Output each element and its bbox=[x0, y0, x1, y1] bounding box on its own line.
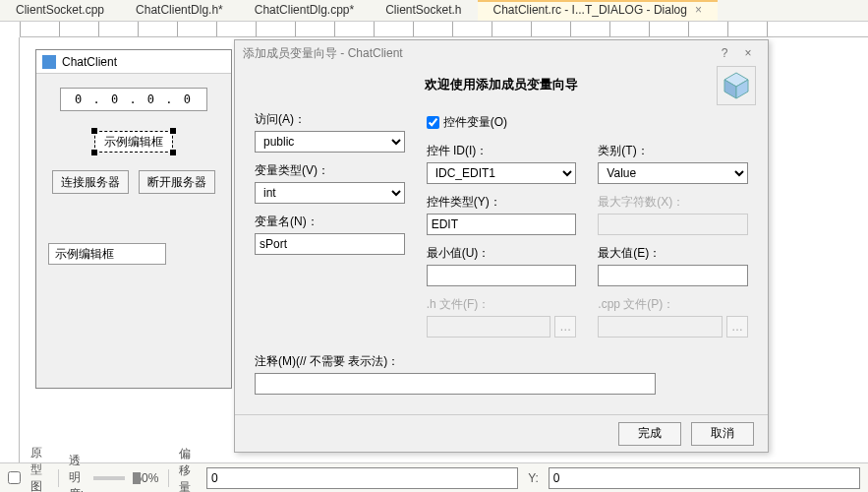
control-id-label: 控件 ID(I)： bbox=[427, 143, 577, 159]
control-var-label[interactable]: 控件变量(O) bbox=[443, 114, 507, 131]
max-input[interactable] bbox=[598, 265, 748, 286]
close-icon[interactable]: × bbox=[695, 3, 702, 17]
finish-button[interactable]: 完成 bbox=[618, 422, 681, 446]
wizard-logo-icon bbox=[717, 66, 756, 105]
max-label: 最大值(E)： bbox=[598, 245, 748, 262]
hfile-label: .h 文件(F)： bbox=[427, 296, 577, 313]
control-var-checkbox[interactable] bbox=[427, 116, 439, 129]
comment-label: 注释(M)(// 不需要 表示法)： bbox=[255, 353, 748, 370]
wizard-footer: 完成 取消 bbox=[235, 414, 768, 452]
opacity-label: 透明度: bbox=[69, 453, 84, 492]
tab-clientsocket-cpp[interactable]: ClientSocket.cpp bbox=[0, 0, 120, 21]
tab-chatclientdlg-cpp[interactable]: ChatClientDlg.cpp* bbox=[239, 0, 370, 21]
app-icon bbox=[42, 55, 56, 69]
close-icon[interactable]: × bbox=[736, 46, 760, 60]
connect-button[interactable]: 连接服务器 bbox=[52, 170, 129, 194]
help-icon[interactable]: ? bbox=[713, 46, 736, 60]
hfile-browse-button: … bbox=[554, 316, 576, 338]
ip-address-control[interactable]: 0 . 0 . 0 . 0 bbox=[60, 88, 207, 111]
disconnect-button[interactable]: 断开服务器 bbox=[139, 170, 215, 194]
comment-input[interactable] bbox=[255, 373, 656, 395]
edit-control-2[interactable]: 示例编辑框 bbox=[48, 243, 166, 265]
category-select[interactable]: Value bbox=[598, 162, 748, 184]
offset-y-label: Y: bbox=[528, 471, 539, 485]
min-input[interactable] bbox=[427, 265, 577, 286]
offset-y-input[interactable] bbox=[549, 467, 860, 489]
wizard-heading: 欢迎使用添加成员变量向导 bbox=[255, 76, 748, 93]
wizard-titlebar[interactable]: 添加成员变量向导 - ChatClient ? × bbox=[235, 40, 768, 66]
maxchars-input bbox=[598, 214, 748, 235]
offset-x-input[interactable] bbox=[206, 467, 518, 489]
opacity-slider[interactable] bbox=[93, 476, 125, 480]
cppfile-label: .cpp 文件(P)： bbox=[598, 296, 748, 313]
vartype-label: 变量类型(V)： bbox=[255, 162, 405, 179]
control-type-input[interactable] bbox=[427, 214, 577, 235]
cppfile-browse-button: … bbox=[726, 316, 748, 338]
resize-handle[interactable] bbox=[91, 150, 97, 155]
preview-titlebar: ChatClient bbox=[36, 50, 231, 74]
min-label: 最小值(U)： bbox=[427, 245, 577, 262]
status-bar: 原型图像: 透明度: 50% 偏移量 X: Y: bbox=[0, 462, 868, 492]
resize-handle[interactable] bbox=[91, 128, 97, 134]
control-type-label: 控件类型(Y)： bbox=[427, 194, 577, 211]
prototype-image-checkbox[interactable] bbox=[8, 471, 21, 484]
ruler-horizontal bbox=[20, 22, 868, 37]
dialog-preview[interactable]: ChatClient 0 . 0 . 0 . 0 示例编辑框 连接服务器 断开服… bbox=[35, 49, 232, 389]
category-label: 类别(T)： bbox=[598, 143, 748, 159]
vartype-select[interactable]: int bbox=[255, 182, 405, 204]
access-select[interactable]: public bbox=[255, 131, 405, 153]
cancel-button[interactable]: 取消 bbox=[691, 422, 754, 446]
ruler-vertical bbox=[0, 37, 20, 462]
maxchars-label: 最大字符数(X)： bbox=[598, 194, 748, 211]
control-id-select[interactable]: IDC_EDIT1 bbox=[427, 162, 577, 184]
resize-handle[interactable] bbox=[170, 150, 176, 155]
resize-handle[interactable] bbox=[170, 128, 176, 134]
wizard-title-text: 添加成员变量向导 - ChatClient bbox=[243, 45, 403, 62]
access-label: 访问(A)： bbox=[255, 111, 405, 128]
selected-edit-control[interactable]: 示例编辑框 bbox=[94, 131, 173, 153]
preview-title-text: ChatClient bbox=[62, 55, 117, 69]
offset-x-label: 偏移量 X: bbox=[179, 446, 197, 492]
member-variable-wizard: 添加成员变量向导 - ChatClient ? × 欢迎使用添加成员变量向导 访… bbox=[234, 39, 769, 453]
hfile-input bbox=[427, 316, 551, 338]
prototype-image-label: 原型图像: bbox=[30, 445, 48, 493]
varname-label: 变量名(N)： bbox=[255, 214, 405, 230]
tab-chatclient-rc[interactable]: ChatClient.rc - I...T_DIALOG - Dialog× bbox=[478, 0, 718, 21]
tab-chatclientdlg-h[interactable]: ChatClientDlg.h* bbox=[120, 0, 239, 21]
tab-bar: ClientSocket.cpp ChatClientDlg.h* ChatCl… bbox=[0, 0, 868, 22]
cppfile-input bbox=[598, 316, 723, 338]
tab-clientsocket-h[interactable]: ClientSocket.h bbox=[370, 0, 477, 21]
varname-input[interactable] bbox=[255, 233, 405, 255]
